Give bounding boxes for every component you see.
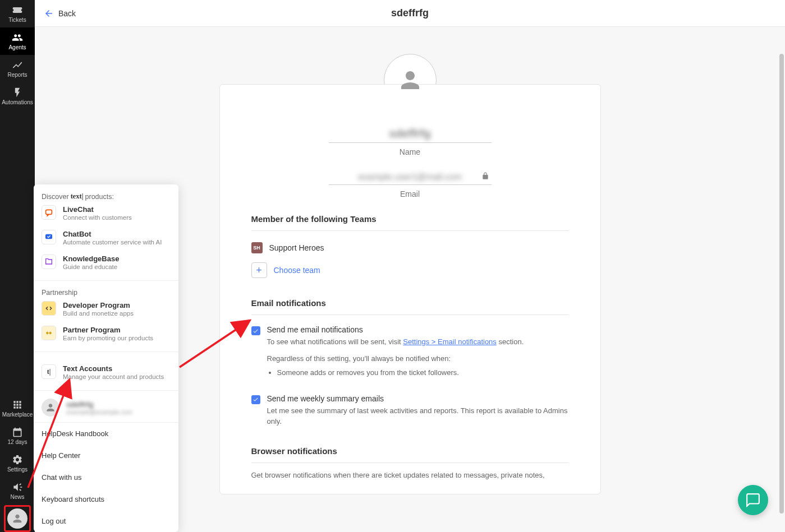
sidebar-item-news[interactable]: News (0, 477, 35, 505)
settings-email-link[interactable]: Settings > Email notifications (403, 337, 497, 346)
sidebar-label: Settings (7, 466, 27, 473)
sidebar-label: Tickets (8, 17, 26, 23)
arrow-left-icon (44, 8, 54, 18)
popup-item-partner[interactable]: Partner ProgramEarn by promoting our pro… (42, 321, 171, 346)
checkbox-email-notifications: Send me email notifications To see what … (251, 322, 569, 382)
sidebar-item-trial[interactable]: 12 days (0, 422, 35, 450)
lock-icon (481, 172, 489, 182)
developer-icon (42, 301, 56, 316)
checkbox-input[interactable] (251, 395, 260, 404)
livechat-icon (42, 205, 56, 220)
person-icon (397, 67, 424, 94)
chat-icon (746, 493, 760, 507)
email-field-group: example.user1@mail.com Email (251, 170, 569, 198)
email-input: example.user1@mail.com (329, 170, 492, 185)
sidebar-profile-button[interactable] (0, 505, 35, 532)
checkbox-input[interactable] (251, 326, 260, 335)
popup-item-livechat[interactable]: LiveChatConnect with customers (42, 201, 171, 225)
chatbot-icon (42, 230, 56, 244)
popup-link-logout[interactable]: Log out (34, 510, 178, 532)
scrollbar[interactable] (778, 54, 785, 532)
popup-item-knowledgebase[interactable]: KnowledgeBaseGuide and educate (42, 250, 171, 275)
checkbox-weekly-summary: Send me weekly summary emails Let me see… (251, 391, 569, 431)
plus-icon: + (251, 262, 267, 278)
sidebar-item-automations[interactable]: Automations (0, 82, 35, 110)
popup-link-handbook[interactable]: HelpDesk Handbook (34, 423, 178, 445)
topbar: Back sdeffrfg (35, 0, 785, 27)
svg-rect-0 (46, 210, 52, 214)
gear-icon (12, 454, 23, 465)
team-row: SH Support Heroes (251, 238, 569, 258)
popup-link-helpcenter[interactable]: Help Center (34, 445, 178, 466)
team-name: Support Heroes (269, 243, 324, 252)
knowledgebase-icon (42, 255, 56, 269)
email-label: Email (251, 189, 569, 198)
popup-link-shortcuts[interactable]: Keyboard shortcuts (34, 488, 178, 510)
name-input[interactable]: sdeffrfg (329, 125, 492, 143)
name-value: sdeffrfg (389, 127, 430, 140)
popup-item-accounts[interactable]: t| Text AccountsManage your account and … (42, 360, 171, 385)
reports-icon (12, 59, 23, 71)
sidebar-label: News (10, 494, 24, 500)
text-accounts-icon: t| (42, 364, 56, 379)
checkbox-label: Send me email notifications (267, 325, 569, 334)
choose-team-label: Choose team (274, 266, 320, 275)
agents-icon (12, 32, 23, 43)
popup-discover-heading: Discover text| products: (42, 192, 171, 201)
checkbox-description: To see what notifications will be sent, … (267, 336, 569, 378)
popup-user-info[interactable]: sdeffrfgexample@example.com (42, 399, 171, 417)
back-button[interactable]: Back (44, 8, 76, 18)
avatar-icon (7, 508, 27, 529)
popup-item-chatbot[interactable]: ChatBotAutomate customer service with AI (42, 225, 171, 250)
checkbox-label: Send me weekly summary emails (267, 394, 569, 403)
popup-item-developer[interactable]: Developer ProgramBuild and monetize apps (42, 297, 171, 321)
grid-icon (12, 399, 23, 410)
sidebar-item-agents[interactable]: Agents (0, 27, 35, 55)
bolt-icon (12, 87, 23, 98)
profile-popup: Discover text| products: LiveChatConnect… (34, 184, 178, 532)
megaphone-icon (12, 482, 23, 493)
handshake-icon (42, 326, 56, 340)
back-label: Back (58, 9, 76, 18)
sidebar-label: Reports (7, 72, 27, 78)
email-value: example.user1@mail.com (358, 172, 462, 182)
avatar-icon (42, 399, 59, 417)
sidebar-item-reports[interactable]: Reports (0, 55, 35, 82)
sidebar-label: Agents (8, 44, 26, 50)
popup-link-chat[interactable]: Chat with us (34, 466, 178, 488)
popup-partnership-heading: Partnership (42, 289, 171, 297)
email-notifications-heading: Email notifications (251, 298, 569, 313)
sidebar-item-marketplace[interactable]: Marketplace (0, 395, 35, 422)
chat-fab[interactable] (738, 485, 768, 515)
sidebar-label: Marketplace (2, 411, 33, 418)
sidebar-item-settings[interactable]: Settings (0, 450, 35, 477)
page-title: sdeffrfg (391, 7, 429, 19)
calendar-icon (12, 427, 23, 438)
teams-heading: Member of the following Teams (251, 214, 569, 229)
profile-card: sdeffrfg Name example.user1@mail.com Ema… (219, 84, 601, 494)
team-badge: SH (251, 242, 263, 253)
sidebar-item-tickets[interactable]: Tickets (0, 0, 35, 27)
name-field-group: sdeffrfg Name (251, 125, 569, 156)
left-sidebar: Tickets Agents Reports Automations Marke… (0, 0, 35, 532)
svg-rect-1 (45, 234, 52, 239)
ticket-icon (12, 4, 23, 16)
browser-notifications-heading: Browser notifications (251, 446, 569, 461)
sidebar-label: 12 days (7, 439, 27, 445)
checkbox-description: Let me see the summary of last week acti… (267, 405, 569, 427)
name-label: Name (251, 147, 569, 156)
browser-description: Get browser notifications when there are… (251, 470, 569, 481)
choose-team-button[interactable]: + Choose team (251, 258, 569, 283)
sidebar-label: Automations (2, 99, 33, 105)
